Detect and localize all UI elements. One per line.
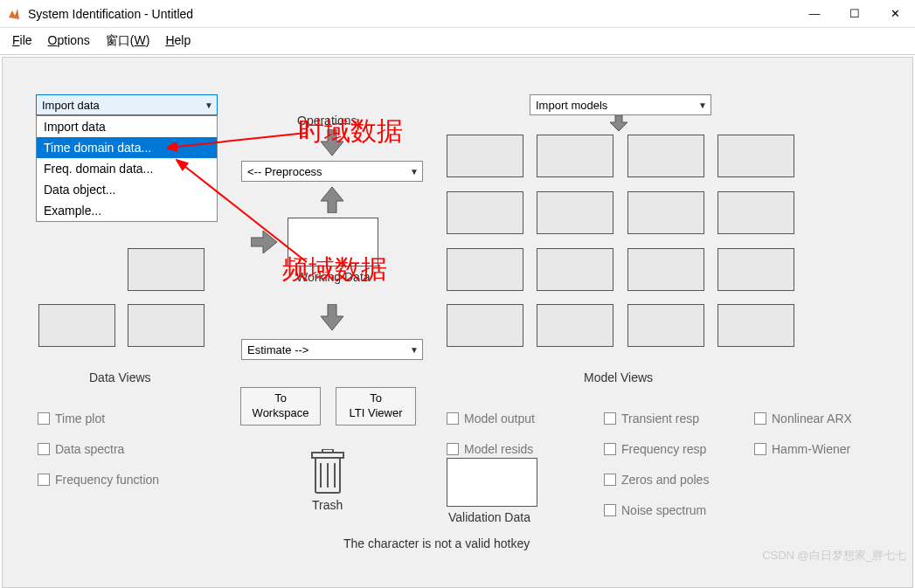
chk-zeros[interactable]: Zeros and poles — [604, 473, 709, 487]
validation-data-slot[interactable] — [447, 458, 537, 507]
maximize-button[interactable]: ☐ — [835, 0, 875, 28]
menu-help[interactable]: Help — [165, 33, 191, 49]
watermark: CSDN @白日梦想家_胖七七 — [762, 548, 906, 564]
model-slot[interactable] — [627, 248, 704, 291]
preprocess-combo[interactable]: <-- Preprocess ▼ — [241, 161, 423, 182]
menubar: File Options 窗口(W) Help — [0, 28, 915, 55]
model-slot[interactable] — [447, 248, 523, 291]
checkbox-icon — [447, 412, 459, 425]
menu-options[interactable]: Options — [48, 33, 90, 49]
to-lti-viewer-button[interactable]: To LTI Viewer — [336, 387, 416, 425]
trash-label: Trash — [312, 498, 343, 512]
chk-data-spectra[interactable]: Data spectra — [38, 442, 124, 456]
checkbox-icon — [38, 443, 50, 455]
status-text: The character is not a valid hotkey — [343, 536, 530, 550]
model-slot[interactable] — [717, 248, 794, 291]
model-slot[interactable] — [447, 191, 523, 234]
model-slot[interactable] — [627, 304, 704, 347]
chk-hw[interactable]: Hamm-Wiener — [754, 442, 850, 456]
preprocess-label: <-- Preprocess — [247, 165, 322, 178]
arrow-down-icon — [610, 115, 627, 131]
model-slot[interactable] — [537, 248, 613, 291]
model-views-heading: Model Views — [584, 370, 653, 384]
checkbox-icon — [604, 504, 616, 516]
chk-model-output[interactable]: Model output — [447, 412, 535, 425]
chk-transient[interactable]: Transient resp — [604, 412, 699, 425]
checkbox-icon — [754, 412, 766, 425]
workarea: Import data ▼ Import data Time domain da… — [2, 57, 913, 588]
model-slot[interactable] — [717, 191, 794, 234]
arrow-right-icon — [251, 231, 277, 253]
checkbox-icon — [754, 443, 766, 455]
import-data-combo[interactable]: Import data ▼ — [36, 94, 218, 115]
estimate-combo[interactable]: Estimate --> ▼ — [241, 339, 423, 360]
close-button[interactable]: ✕ — [875, 0, 915, 28]
arrow-up-icon — [321, 187, 343, 213]
opt-time-domain[interactable]: Time domain data... — [37, 137, 217, 158]
trash-icon[interactable] — [308, 449, 347, 495]
model-slot[interactable] — [627, 191, 704, 234]
titlebar: System Identification - Untitled — ☐ ✕ — [0, 0, 915, 28]
chevron-down-icon: ▼ — [204, 100, 213, 110]
import-data-dropdown: Import data Time domain data... Freq. do… — [36, 115, 218, 222]
data-slot[interactable] — [128, 248, 204, 291]
menu-window[interactable]: 窗口(W) — [106, 33, 150, 49]
model-slot[interactable] — [447, 304, 523, 347]
matlab-icon — [7, 7, 21, 21]
data-views-heading: Data Views — [89, 370, 151, 384]
chevron-down-icon: ▼ — [410, 345, 419, 355]
opt-data-object[interactable]: Data object... — [37, 179, 217, 200]
svg-rect-2 — [322, 449, 333, 453]
checkbox-icon — [38, 474, 50, 486]
opt-import-data[interactable]: Import data — [37, 116, 217, 137]
chk-freq-resp[interactable]: Frequency resp — [604, 442, 706, 456]
chevron-down-icon: ▼ — [410, 167, 419, 176]
model-slot[interactable] — [537, 135, 613, 177]
checkbox-icon — [604, 474, 616, 486]
import-models-combo[interactable]: Import models ▼ — [530, 94, 711, 115]
chevron-down-icon: ▼ — [698, 100, 707, 110]
checkbox-icon — [604, 412, 616, 425]
arrow-down-icon — [321, 129, 343, 156]
chk-noise[interactable]: Noise spectrum — [604, 503, 706, 517]
checkbox-icon — [447, 443, 459, 455]
window-title: System Identification - Untitled — [28, 7, 794, 21]
chk-freq-func[interactable]: Frequency function — [38, 473, 159, 487]
working-data-label: Working Data — [296, 270, 371, 284]
model-slot[interactable] — [717, 135, 794, 177]
data-slot[interactable] — [128, 304, 204, 347]
validation-label: Validation Data — [448, 510, 530, 524]
to-workspace-button[interactable]: To Workspace — [240, 387, 321, 425]
working-data-slot[interactable] — [288, 218, 378, 266]
checkbox-icon — [38, 412, 50, 425]
operations-label: Operations — [297, 114, 357, 128]
import-models-label: Import models — [536, 99, 607, 112]
chk-time-plot[interactable]: Time plot — [38, 412, 105, 425]
model-slot[interactable] — [627, 135, 704, 177]
opt-freq-domain[interactable]: Freq. domain data... — [37, 158, 217, 179]
minimize-button[interactable]: — — [794, 0, 835, 28]
menu-file[interactable]: File — [12, 33, 32, 49]
arrow-down-icon — [321, 304, 343, 330]
model-slot[interactable] — [537, 304, 613, 347]
import-data-label: Import data — [42, 99, 100, 112]
model-slot[interactable] — [717, 304, 794, 347]
opt-example[interactable]: Example... — [37, 200, 217, 221]
model-slot[interactable] — [447, 135, 523, 177]
window-controls: — ☐ ✕ — [794, 0, 915, 28]
model-slot[interactable] — [537, 191, 613, 234]
chk-model-resids[interactable]: Model resids — [447, 442, 533, 456]
estimate-label: Estimate --> — [247, 343, 308, 356]
chk-nlarx[interactable]: Nonlinear ARX — [754, 412, 852, 425]
checkbox-icon — [604, 443, 616, 455]
data-slot[interactable] — [38, 304, 115, 347]
